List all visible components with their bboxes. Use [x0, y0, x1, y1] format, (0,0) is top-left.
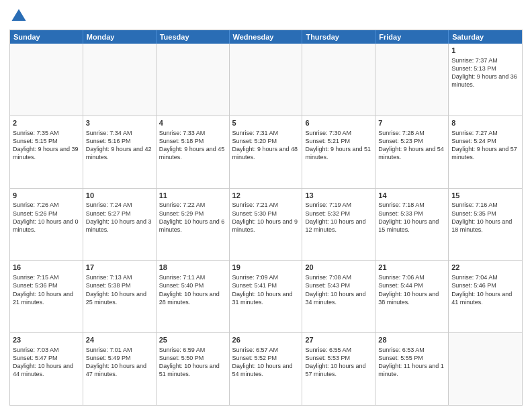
day-info: Sunset: 5:26 PM: [13, 210, 80, 218]
weekday-header-thursday: Thursday: [302, 30, 375, 44]
cal-cell-day-22: 22Sunrise: 7:04 AMSunset: 5:46 PMDayligh…: [449, 261, 522, 332]
day-number: 17: [86, 263, 153, 273]
day-number: 8: [451, 118, 519, 128]
day-info: Daylight: 10 hours and 31 minutes.: [232, 290, 300, 306]
cal-cell-empty: [302, 44, 375, 116]
calendar-row-5: 23Sunrise: 7:03 AMSunset: 5:47 PMDayligh…: [10, 333, 522, 405]
day-info: Sunrise: 7:27 AM: [451, 129, 519, 137]
day-number: 22: [451, 263, 519, 273]
cal-cell-day-24: 24Sunrise: 7:01 AMSunset: 5:49 PMDayligh…: [83, 333, 157, 405]
day-info: Sunrise: 7:37 AM: [451, 56, 519, 64]
day-info: Sunset: 5:13 PM: [451, 64, 519, 73]
day-info: Sunset: 5:35 PM: [451, 210, 519, 218]
day-info: Sunset: 5:29 PM: [159, 210, 226, 218]
day-info: Sunrise: 7:09 AM: [232, 273, 300, 281]
day-info: Sunset: 5:44 PM: [378, 281, 445, 289]
day-info: Sunset: 5:41 PM: [232, 281, 300, 289]
cal-cell-day-5: 5Sunrise: 7:31 AMSunset: 5:20 PMDaylight…: [230, 116, 303, 188]
day-number: 13: [305, 191, 372, 201]
cal-cell-empty: [10, 44, 83, 116]
day-info: Sunrise: 7:08 AM: [305, 273, 372, 281]
weekday-header-sunday: Sunday: [10, 30, 83, 44]
cal-cell-empty: [83, 44, 157, 116]
cal-cell-day-3: 3Sunrise: 7:34 AMSunset: 5:16 PMDaylight…: [83, 116, 157, 188]
day-info: Sunrise: 7:31 AM: [232, 129, 300, 137]
day-info: Sunset: 5:46 PM: [451, 281, 519, 289]
day-info: Sunset: 5:15 PM: [13, 137, 80, 145]
day-number: 5: [232, 118, 300, 128]
day-info: Daylight: 10 hours and 38 minutes.: [378, 290, 445, 306]
cal-cell-day-13: 13Sunrise: 7:19 AMSunset: 5:32 PMDayligh…: [302, 189, 375, 261]
cal-cell-empty: [157, 44, 230, 116]
calendar-row-1: 1Sunrise: 7:37 AMSunset: 5:13 PMDaylight…: [10, 44, 522, 116]
day-info: Sunrise: 7:01 AM: [86, 346, 153, 354]
day-info: Sunset: 5:27 PM: [86, 210, 153, 218]
day-info: Sunset: 5:33 PM: [378, 210, 445, 218]
cal-cell-day-2: 2Sunrise: 7:35 AMSunset: 5:15 PMDaylight…: [10, 116, 83, 188]
cal-cell-day-9: 9Sunrise: 7:26 AMSunset: 5:26 PMDaylight…: [10, 189, 83, 261]
day-info: Daylight: 10 hours and 6 minutes.: [159, 218, 226, 234]
day-info: Sunset: 5:21 PM: [305, 137, 372, 145]
day-info: Sunrise: 7:03 AM: [13, 346, 80, 354]
day-info: Daylight: 11 hours and 1 minute.: [378, 362, 445, 378]
day-info: Sunrise: 7:04 AM: [451, 273, 519, 281]
day-info: Daylight: 9 hours and 48 minutes.: [232, 145, 300, 161]
day-info: Daylight: 10 hours and 28 minutes.: [159, 290, 226, 306]
day-info: Sunrise: 6:53 AM: [378, 346, 445, 354]
cal-cell-day-27: 27Sunrise: 6:55 AMSunset: 5:53 PMDayligh…: [302, 333, 375, 405]
calendar-header: SundayMondayTuesdayWednesdayThursdayFrid…: [10, 30, 522, 44]
day-info: Daylight: 10 hours and 41 minutes.: [451, 290, 519, 306]
day-number: 12: [232, 191, 300, 201]
day-number: 1: [451, 46, 519, 56]
cal-cell-day-25: 25Sunrise: 6:59 AMSunset: 5:50 PMDayligh…: [157, 333, 230, 405]
day-info: Daylight: 10 hours and 3 minutes.: [86, 218, 153, 234]
cal-cell-day-20: 20Sunrise: 7:08 AMSunset: 5:43 PMDayligh…: [302, 261, 375, 332]
day-info: Sunrise: 6:57 AM: [232, 346, 300, 354]
day-info: Daylight: 10 hours and 0 minutes.: [13, 218, 80, 234]
day-info: Sunset: 5:30 PM: [232, 210, 300, 218]
day-number: 23: [13, 335, 80, 345]
day-info: Daylight: 10 hours and 47 minutes.: [86, 362, 153, 378]
day-info: Daylight: 10 hours and 25 minutes.: [86, 290, 153, 306]
cal-cell-day-14: 14Sunrise: 7:18 AMSunset: 5:33 PMDayligh…: [375, 189, 449, 261]
day-info: Daylight: 10 hours and 34 minutes.: [305, 290, 372, 306]
cal-cell-day-16: 16Sunrise: 7:15 AMSunset: 5:36 PMDayligh…: [10, 261, 83, 332]
calendar-page: SundayMondayTuesdayWednesdayThursdayFrid…: [0, 0, 532, 411]
weekday-header-saturday: Saturday: [449, 30, 522, 44]
day-number: 16: [13, 263, 80, 273]
day-info: Daylight: 9 hours and 45 minutes.: [159, 145, 226, 161]
cal-cell-day-21: 21Sunrise: 7:06 AMSunset: 5:44 PMDayligh…: [375, 261, 449, 332]
day-number: 26: [232, 335, 300, 345]
day-info: Sunset: 5:16 PM: [86, 137, 153, 145]
day-number: 25: [159, 335, 226, 345]
weekday-header-friday: Friday: [375, 30, 449, 44]
calendar-row-3: 9Sunrise: 7:26 AMSunset: 5:26 PMDaylight…: [10, 189, 522, 261]
day-info: Sunrise: 7:24 AM: [86, 201, 153, 209]
cal-cell-day-18: 18Sunrise: 7:11 AMSunset: 5:40 PMDayligh…: [157, 261, 230, 332]
day-info: Sunset: 5:18 PM: [159, 137, 226, 145]
weekday-header-monday: Monday: [83, 30, 157, 44]
day-info: Sunrise: 7:22 AM: [159, 201, 226, 209]
day-info: Sunset: 5:55 PM: [378, 354, 445, 362]
cal-cell-day-26: 26Sunrise: 6:57 AMSunset: 5:52 PMDayligh…: [230, 333, 303, 405]
logo: [9, 7, 31, 26]
day-number: 9: [13, 191, 80, 201]
cal-cell-day-11: 11Sunrise: 7:22 AMSunset: 5:29 PMDayligh…: [157, 189, 230, 261]
cal-cell-day-7: 7Sunrise: 7:28 AMSunset: 5:23 PMDaylight…: [375, 116, 449, 188]
day-info: Sunset: 5:49 PM: [86, 354, 153, 362]
day-info: Daylight: 9 hours and 54 minutes.: [378, 145, 445, 161]
day-number: 15: [451, 191, 519, 201]
day-info: Daylight: 10 hours and 18 minutes.: [451, 218, 519, 234]
calendar-body: 1Sunrise: 7:37 AMSunset: 5:13 PMDaylight…: [10, 44, 522, 405]
logo-icon: [9, 7, 28, 26]
cal-cell-day-6: 6Sunrise: 7:30 AMSunset: 5:21 PMDaylight…: [302, 116, 375, 188]
day-info: Sunset: 5:53 PM: [305, 354, 372, 362]
day-info: Daylight: 9 hours and 39 minutes.: [13, 145, 80, 161]
day-info: Sunset: 5:40 PM: [159, 281, 226, 289]
weekday-header-tuesday: Tuesday: [157, 30, 230, 44]
cal-cell-day-4: 4Sunrise: 7:33 AMSunset: 5:18 PMDaylight…: [157, 116, 230, 188]
day-number: 20: [305, 263, 372, 273]
day-info: Sunrise: 7:13 AM: [86, 273, 153, 281]
day-info: Sunrise: 7:35 AM: [13, 129, 80, 137]
day-info: Daylight: 10 hours and 9 minutes.: [232, 218, 300, 234]
